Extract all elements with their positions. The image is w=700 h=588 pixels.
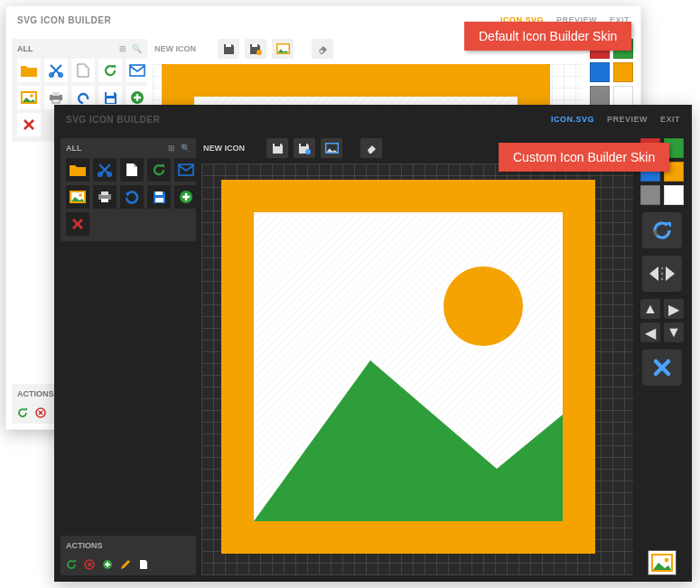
tb-picture-icon[interactable]	[272, 39, 294, 59]
refresh-icon[interactable]	[147, 158, 171, 182]
undo-icon[interactable]	[120, 185, 144, 209]
mirror-icon[interactable]	[642, 256, 682, 292]
right-column: ▲ ▶ ◀ ▼	[633, 133, 691, 581]
nudge-arrows: ▲ ▶ ◀ ▼	[640, 299, 684, 342]
svg-rect-13	[226, 44, 231, 47]
artwork-picture	[221, 180, 595, 554]
svg-rect-10	[107, 98, 115, 103]
picture-icon[interactable]	[17, 86, 41, 109]
swatch-orange[interactable]	[613, 62, 633, 82]
tb-save-icon[interactable]	[218, 39, 239, 59]
add-icon[interactable]	[174, 185, 198, 209]
panel-all: ALL ⊞ 🔍	[61, 138, 196, 241]
tb-saveas-icon[interactable]	[294, 138, 315, 158]
scissors-icon[interactable]	[44, 59, 68, 82]
svg-rect-37	[275, 144, 280, 146]
svg-point-49	[661, 278, 663, 280]
thumbnail-preview[interactable]	[648, 550, 677, 575]
action-refresh-icon[interactable]	[66, 559, 77, 570]
svg-point-39	[305, 149, 311, 154]
action-delete-icon[interactable]	[84, 559, 95, 570]
action-edit-icon[interactable]	[120, 559, 131, 570]
search-icon[interactable]: 🔍	[132, 44, 142, 53]
center-area: NEW ICON	[201, 133, 633, 581]
svg-point-48	[661, 273, 663, 275]
svg-rect-32	[155, 191, 163, 195]
app-title: SVG ICON BUILDER	[17, 15, 111, 25]
action-delete-icon[interactable]	[35, 407, 46, 418]
svg-rect-38	[301, 144, 306, 146]
swatch-blue[interactable]	[590, 62, 610, 82]
folder-icon[interactable]	[66, 158, 89, 182]
panel-all-label: ALL	[17, 44, 33, 53]
top-links: ICON.SVG PREVIEW EXIT	[551, 115, 680, 124]
printer-icon[interactable]	[93, 185, 117, 209]
close-icon[interactable]	[66, 212, 89, 236]
arrow-down-icon[interactable]: ▼	[664, 322, 684, 342]
svg-point-28	[79, 193, 82, 197]
svg-point-15	[257, 50, 262, 55]
save-icon[interactable]	[147, 185, 171, 209]
new-icon-label: NEW ICON	[154, 44, 200, 53]
rotate-icon[interactable]	[642, 212, 682, 248]
new-icon-label: NEW ICON	[203, 144, 248, 153]
action-add-icon[interactable]	[102, 559, 113, 570]
mail-icon[interactable]	[126, 59, 149, 82]
link-exit[interactable]: EXIT	[660, 115, 680, 124]
left-palette: ALL ⊞ 🔍	[55, 133, 201, 581]
tb-picture-icon[interactable]	[321, 138, 342, 158]
filter-icon[interactable]: ⊞	[119, 44, 126, 53]
swatch-gray[interactable]	[590, 86, 610, 106]
svg-point-47	[661, 267, 663, 269]
svg-rect-8	[52, 99, 60, 103]
svg-point-46	[443, 266, 523, 346]
badge-default-skin: Default Icon Builder Skin	[464, 22, 631, 51]
panel-actions: ACTIONS	[61, 536, 196, 575]
badge-custom-skin: Custom Icon Builder Skin	[499, 143, 669, 172]
icon-grid	[66, 158, 191, 236]
svg-rect-7	[52, 92, 60, 96]
refresh-icon[interactable]	[98, 59, 122, 82]
panel-actions-label: ACTIONS	[66, 541, 103, 550]
link-preview[interactable]: PREVIEW	[607, 115, 648, 124]
scissors-icon[interactable]	[93, 158, 117, 182]
tb-eraser-icon[interactable]	[360, 138, 382, 158]
close-icon[interactable]	[17, 113, 41, 136]
svg-rect-33	[155, 198, 163, 202]
svg-point-5	[30, 94, 33, 98]
tb-save-icon[interactable]	[266, 138, 288, 158]
action-refresh-icon[interactable]	[17, 407, 28, 418]
document-icon[interactable]	[120, 158, 144, 182]
folder-icon[interactable]	[17, 59, 41, 82]
window-dark: SVG ICON BUILDER ICON.SVG PREVIEW EXIT A…	[54, 105, 692, 582]
panel-all-label: ALL	[66, 144, 82, 153]
swatch-white[interactable]	[664, 185, 684, 205]
action-doc-icon[interactable]	[138, 559, 149, 570]
arrow-right-icon[interactable]: ▶	[664, 299, 684, 319]
swatch-white[interactable]	[613, 86, 633, 106]
arrow-up-icon[interactable]: ▲	[640, 299, 660, 319]
tb-eraser-icon[interactable]	[312, 39, 333, 59]
svg-point-52	[665, 558, 669, 563]
search-icon[interactable]: 🔍	[181, 144, 191, 153]
panel-actions-label: ACTIONS	[17, 389, 54, 398]
svg-rect-30	[101, 191, 108, 195]
picture-icon[interactable]	[66, 185, 89, 209]
document-icon[interactable]	[71, 59, 95, 82]
app-title: SVG ICON BUILDER	[66, 115, 160, 125]
svg-rect-9	[107, 92, 114, 96]
link-iconsvg[interactable]: ICON.SVG	[551, 115, 594, 124]
tb-saveas-icon[interactable]	[245, 39, 266, 59]
swatch-gray[interactable]	[640, 185, 660, 205]
titlebar: SVG ICON BUILDER ICON.SVG PREVIEW EXIT	[55, 106, 691, 133]
svg-rect-14	[252, 44, 257, 47]
close-tool-icon[interactable]	[642, 350, 682, 386]
filter-icon[interactable]: ⊞	[168, 144, 175, 153]
mail-icon[interactable]	[174, 158, 198, 182]
svg-rect-31	[101, 199, 108, 202]
arrow-left-icon[interactable]: ◀	[640, 322, 660, 342]
canvas[interactable]	[201, 163, 633, 575]
